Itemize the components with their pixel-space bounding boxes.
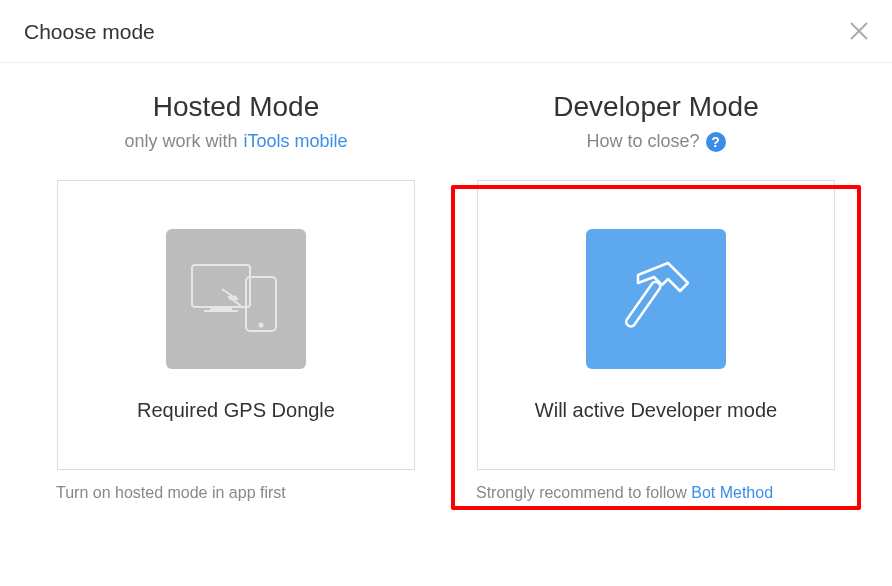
svg-rect-4 [204, 310, 238, 312]
developer-mode-column: Developer Mode How to close? ? Will acti… [466, 91, 846, 502]
developer-mode-card[interactable]: Will active Developer mode [477, 180, 835, 470]
svg-rect-3 [210, 307, 232, 310]
dialog-header: Choose mode [0, 0, 892, 63]
developer-footer: Strongly recommend to follow Bot Method [466, 484, 773, 502]
dialog-title: Choose mode [24, 20, 155, 44]
developer-title: Developer Mode [553, 91, 758, 123]
help-icon[interactable]: ? [706, 132, 726, 152]
svg-rect-9 [625, 280, 662, 328]
close-icon [850, 22, 868, 40]
close-button[interactable] [850, 20, 868, 44]
svg-rect-2 [192, 265, 250, 307]
dialog-content: Hosted Mode only work with iTools mobile [0, 63, 892, 502]
developer-subtitle: How to close? ? [586, 131, 725, 152]
developer-card-label: Will active Developer mode [535, 399, 777, 422]
developer-subtitle-text: How to close? [586, 131, 699, 152]
hammer-icon [586, 229, 726, 369]
developer-footer-text: Strongly recommend to follow [476, 484, 687, 501]
hosted-mode-column: Hosted Mode only work with iTools mobile [46, 91, 426, 502]
hosted-subtitle: only work with iTools mobile [124, 131, 347, 152]
hosted-footer: Turn on hosted mode in app first [46, 484, 286, 502]
hosted-subtitle-text: only work with [124, 131, 237, 152]
bot-method-link[interactable]: Bot Method [691, 484, 773, 501]
devices-icon [166, 229, 306, 369]
hosted-card-label: Required GPS Dongle [137, 399, 335, 422]
itools-mobile-link[interactable]: iTools mobile [244, 131, 348, 152]
hosted-title: Hosted Mode [153, 91, 320, 123]
svg-point-6 [259, 322, 264, 327]
hosted-mode-card[interactable]: Required GPS Dongle [57, 180, 415, 470]
